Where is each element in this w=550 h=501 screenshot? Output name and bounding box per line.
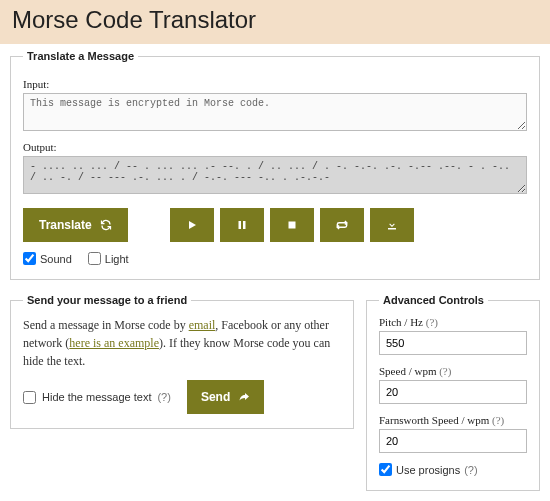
svg-rect-2 bbox=[243, 221, 246, 229]
pitch-help-icon[interactable]: (?) bbox=[426, 316, 438, 328]
svg-rect-4 bbox=[388, 228, 396, 230]
stop-icon bbox=[286, 219, 298, 231]
play-button[interactable] bbox=[170, 208, 214, 242]
pitch-input[interactable] bbox=[379, 331, 527, 355]
send-legend: Send your message to a friend bbox=[23, 294, 191, 306]
output-textarea[interactable]: - .... .. ... / -- . ... ... .- --. . / … bbox=[23, 156, 527, 194]
input-label: Input: bbox=[23, 78, 527, 90]
speed-help-icon[interactable]: (?) bbox=[439, 365, 451, 377]
speed-label: Speed / wpm (?) bbox=[379, 365, 527, 377]
svg-rect-3 bbox=[288, 222, 295, 229]
pitch-label: Pitch / Hz (?) bbox=[379, 316, 527, 328]
prosigns-checkbox[interactable] bbox=[379, 463, 392, 476]
send-button[interactable]: Send bbox=[187, 380, 264, 414]
pause-button[interactable] bbox=[220, 208, 264, 242]
refresh-icon bbox=[100, 219, 112, 231]
farnsworth-help-icon[interactable]: (?) bbox=[492, 414, 504, 426]
svg-rect-1 bbox=[238, 221, 241, 229]
light-checkbox[interactable] bbox=[88, 252, 101, 265]
light-label: Light bbox=[105, 253, 129, 265]
hide-help-icon[interactable]: (?) bbox=[157, 391, 170, 403]
light-option[interactable]: Light bbox=[88, 252, 129, 265]
sound-option[interactable]: Sound bbox=[23, 252, 72, 265]
loop-icon bbox=[335, 219, 349, 231]
hide-text-label: Hide the message text bbox=[42, 391, 151, 403]
prosigns-help-icon[interactable]: (?) bbox=[464, 464, 477, 476]
header: Morse Code Translator bbox=[0, 0, 550, 44]
example-link[interactable]: here is an example bbox=[69, 336, 159, 350]
send-panel: Send your message to a friend Send a mes… bbox=[10, 294, 354, 429]
advanced-legend: Advanced Controls bbox=[379, 294, 488, 306]
stop-button[interactable] bbox=[270, 208, 314, 242]
page-title: Morse Code Translator bbox=[12, 6, 538, 34]
email-link[interactable]: email bbox=[189, 318, 216, 332]
prosigns-label: Use prosigns bbox=[396, 464, 460, 476]
speed-input[interactable] bbox=[379, 380, 527, 404]
download-icon bbox=[386, 219, 398, 231]
share-icon bbox=[238, 391, 250, 403]
translate-panel: Translate a Message Input: This message … bbox=[10, 50, 540, 280]
sound-label: Sound bbox=[40, 253, 72, 265]
output-label: Output: bbox=[23, 141, 527, 153]
farnsworth-label: Farnsworth Speed / wpm (?) bbox=[379, 414, 527, 426]
download-button[interactable] bbox=[370, 208, 414, 242]
send-button-label: Send bbox=[201, 390, 230, 404]
advanced-panel: Advanced Controls Pitch / Hz (?) Speed /… bbox=[366, 294, 540, 491]
svg-marker-0 bbox=[189, 221, 196, 229]
input-textarea[interactable]: This message is encrypted in Morse code. bbox=[23, 93, 527, 131]
farnsworth-input[interactable] bbox=[379, 429, 527, 453]
translate-button-label: Translate bbox=[39, 218, 92, 232]
hide-text-checkbox[interactable] bbox=[23, 391, 36, 404]
send-description: Send a message in Morse code by email, F… bbox=[23, 316, 341, 370]
sound-checkbox[interactable] bbox=[23, 252, 36, 265]
loop-button[interactable] bbox=[320, 208, 364, 242]
translate-legend: Translate a Message bbox=[23, 50, 138, 62]
play-icon bbox=[186, 219, 198, 231]
pause-icon bbox=[236, 219, 248, 231]
translate-button[interactable]: Translate bbox=[23, 208, 128, 242]
